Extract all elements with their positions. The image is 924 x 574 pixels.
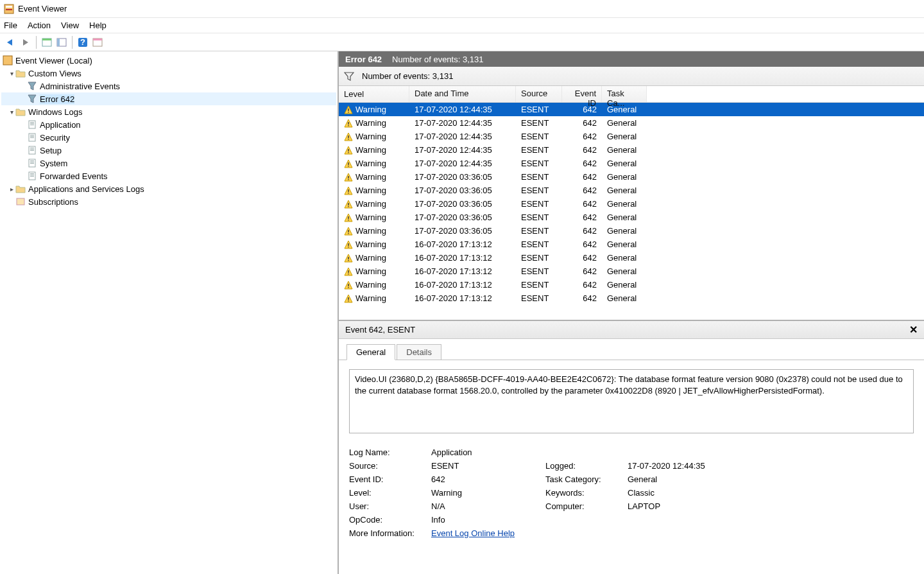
properties-button[interactable]: [55, 35, 69, 49]
app-icon: [4, 4, 14, 14]
events-grid-scroll[interactable]: Level Date and Time Source Event ID Task…: [339, 86, 924, 320]
cell-level: Warning: [355, 293, 386, 303]
menu-view[interactable]: View: [61, 21, 79, 30]
event-properties: Log Name: Application Source: ESENT Logg…: [349, 448, 914, 538]
forward-button[interactable]: [19, 35, 33, 49]
cell-level: Warning: [355, 172, 386, 182]
folder-icon: [15, 184, 26, 194]
svg-rect-41: [348, 162, 348, 165]
collapse-icon[interactable]: ▾: [8, 109, 15, 116]
table-row[interactable]: Warning17-07-2020 03:36:05ESENT642Genera…: [339, 224, 924, 238]
k-source: Source:: [349, 461, 426, 471]
tree-log-security[interactable]: Security: [1, 131, 336, 144]
col-source[interactable]: Source: [516, 86, 562, 102]
col-date[interactable]: Date and Time: [409, 86, 516, 102]
svg-rect-46: [348, 193, 348, 193]
warning-icon: [344, 254, 353, 263]
table-row[interactable]: Warning17-07-2020 03:36:05ESENT642Genera…: [339, 184, 924, 197]
view-button[interactable]: [90, 35, 105, 49]
menu-help[interactable]: Help: [89, 21, 107, 30]
filter-icon[interactable]: [344, 72, 354, 81]
right-pane: Error 642 Number of events: 3,131 Number…: [339, 51, 924, 574]
tree-admin-events[interactable]: Administrative Events: [1, 80, 336, 92]
table-row[interactable]: Warning16-07-2020 17:13:12ESENT642Genera…: [339, 238, 924, 251]
tab-general[interactable]: General: [346, 344, 395, 360]
log-icon: [27, 171, 37, 181]
table-row[interactable]: Warning17-07-2020 03:36:05ESENT642Genera…: [339, 197, 924, 211]
tree-apps-logs[interactable]: ▸ Applications and Services Logs: [1, 182, 336, 195]
filter-bar-label: Number of events: 3,131: [362, 71, 453, 81]
show-hide-tree-button[interactable]: [40, 35, 54, 49]
cell-eventid: 642: [562, 186, 602, 195]
svg-rect-61: [348, 297, 348, 300]
svg-rect-2: [6, 9, 12, 10]
cell-date: 17-07-2020 03:36:05: [409, 226, 516, 236]
tree-label: Windows Logs: [28, 107, 83, 117]
warning-icon: [344, 240, 353, 249]
cell-date: 17-07-2020 03:36:05: [409, 213, 516, 222]
tree-log-setup[interactable]: Setup: [1, 144, 336, 157]
tree-log-system[interactable]: System: [1, 157, 336, 170]
event-description[interactable]: Video.UI (23680,D,2) {B8A5865B-DCFF-4019…: [349, 369, 914, 433]
cell-date: 17-07-2020 12:44:35: [409, 159, 516, 168]
table-row[interactable]: Warning17-07-2020 03:36:05ESENT642Genera…: [339, 170, 924, 184]
tree-subscriptions[interactable]: Subscriptions: [1, 195, 336, 208]
cell-date: 17-07-2020 12:44:35: [409, 145, 516, 155]
tree-label: Error 642: [40, 94, 74, 104]
cell-taskcat: General: [602, 239, 640, 249]
folder-icon: [15, 68, 26, 78]
menu-action[interactable]: Action: [28, 21, 51, 30]
cell-level: Warning: [355, 118, 386, 128]
log-icon: [27, 132, 37, 143]
expand-icon[interactable]: ▸: [8, 186, 15, 193]
events-grid[interactable]: Level Date and Time Source Event ID Task…: [339, 86, 924, 321]
cell-eventid: 642: [562, 199, 602, 209]
tab-details[interactable]: Details: [397, 344, 441, 360]
menu-file[interactable]: File: [4, 21, 17, 30]
cell-eventid: 642: [562, 226, 602, 236]
warning-icon: [344, 173, 353, 182]
warning-icon: [344, 213, 353, 222]
cell-taskcat: General: [602, 253, 640, 263]
back-button[interactable]: [4, 35, 18, 49]
cell-level: Warning: [355, 280, 386, 290]
tree-custom-views[interactable]: ▾ Custom Views: [1, 67, 336, 80]
cell-date: 17-07-2020 12:44:35: [409, 105, 516, 114]
table-row[interactable]: Warning17-07-2020 12:44:35ESENT642Genera…: [339, 130, 924, 143]
event-log-help-link[interactable]: Event Log Online Help: [431, 528, 515, 538]
col-taskcat[interactable]: Task Ca...: [602, 86, 647, 102]
table-row[interactable]: Warning16-07-2020 17:13:12ESENT642Genera…: [339, 265, 924, 278]
cell-source: ESENT: [516, 186, 562, 195]
tree-windows-logs[interactable]: ▾ Windows Logs: [1, 105, 336, 118]
tree-error-642[interactable]: Error 642: [1, 92, 336, 105]
svg-rect-15: [30, 125, 34, 125]
col-eventid[interactable]: Event ID: [562, 86, 602, 102]
tree-label: Security: [40, 133, 70, 143]
table-row[interactable]: Warning16-07-2020 17:13:12ESENT642Genera…: [339, 251, 924, 265]
cell-source: ESENT: [516, 199, 562, 209]
table-row[interactable]: Warning17-07-2020 12:44:35ESENT642Genera…: [339, 116, 924, 130]
table-row[interactable]: Warning17-07-2020 12:44:35ESENT642Genera…: [339, 143, 924, 157]
filter-view-icon: [27, 94, 37, 104]
tree-pane[interactable]: Event Viewer (Local) ▾ Custom Views Admi…: [0, 51, 339, 574]
table-row[interactable]: Warning17-07-2020 12:44:35ESENT642Genera…: [339, 103, 924, 116]
svg-rect-49: [348, 216, 348, 219]
svg-rect-31: [30, 176, 34, 177]
table-row[interactable]: Warning16-07-2020 17:13:12ESENT642Genera…: [339, 291, 924, 305]
col-level[interactable]: Level: [339, 86, 409, 102]
tree-log-forwarded-events[interactable]: Forwarded Events: [1, 170, 336, 182]
cell-eventid: 642: [562, 280, 602, 290]
close-icon[interactable]: ✕: [909, 324, 918, 336]
events-header-title: Error 642: [345, 55, 382, 64]
cell-date: 16-07-2020 17:13:12: [409, 293, 516, 303]
collapse-icon[interactable]: ▾: [8, 70, 15, 77]
table-row[interactable]: Warning17-07-2020 03:36:05ESENT642Genera…: [339, 211, 924, 224]
svg-rect-57: [348, 270, 348, 273]
tree-log-application[interactable]: Application: [1, 118, 336, 131]
svg-rect-44: [348, 179, 348, 180]
table-row[interactable]: Warning16-07-2020 17:13:12ESENT642Genera…: [339, 278, 924, 291]
cell-taskcat: General: [602, 118, 640, 128]
tree-root[interactable]: Event Viewer (Local): [1, 54, 336, 67]
help-button[interactable]: ?: [76, 35, 90, 49]
table-row[interactable]: Warning17-07-2020 12:44:35ESENT642Genera…: [339, 157, 924, 170]
